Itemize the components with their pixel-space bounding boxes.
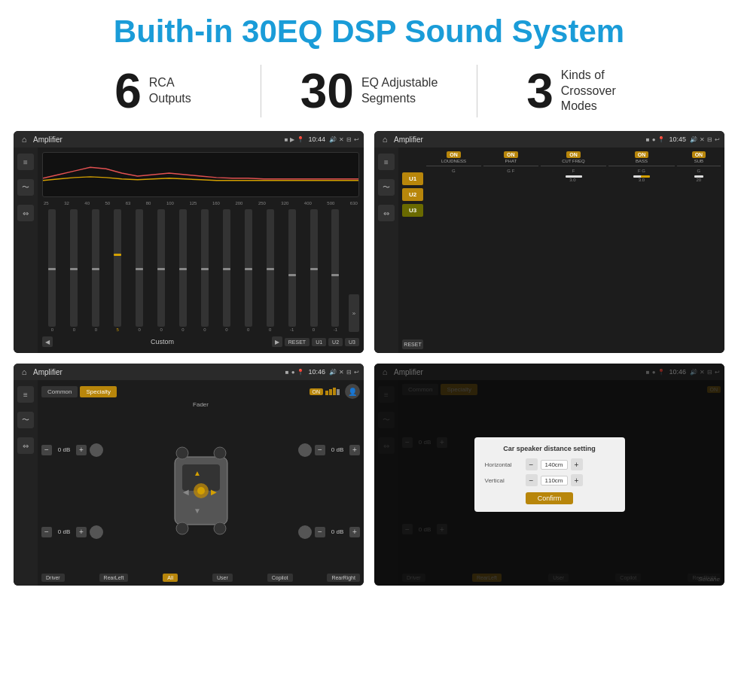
eq-slider-4[interactable]: 5: [108, 209, 128, 332]
arrow-icon-1[interactable]: ⇔: [17, 205, 34, 221]
back-icon-3[interactable]: ↩: [354, 369, 359, 376]
ch4-plus[interactable]: +: [349, 527, 360, 537]
bass-slider-area: [635, 174, 648, 177]
loudness-on[interactable]: ON: [447, 151, 461, 158]
ch3-plus[interactable]: +: [349, 445, 360, 455]
eq-next-btn[interactable]: ▶: [272, 336, 282, 347]
dialog-overlay: Car speaker distance setting Horizontal …: [374, 364, 724, 586]
close-icon-1[interactable]: ✕: [339, 136, 344, 143]
horizontal-minus[interactable]: −: [526, 458, 538, 470]
eq-expand[interactable]: »: [349, 294, 359, 332]
ch4-minus[interactable]: −: [315, 527, 325, 537]
common-tab[interactable]: Common: [41, 386, 78, 397]
left-sidebar-1: ≡ 〜 ⇔: [14, 148, 38, 353]
close-icon-2[interactable]: ✕: [700, 136, 705, 143]
reset-btn-2[interactable]: RESET: [402, 339, 423, 349]
vertical-plus[interactable]: +: [571, 474, 583, 486]
u1-btn[interactable]: U1: [402, 172, 423, 185]
rearleft-btn[interactable]: RearLeft: [99, 574, 129, 582]
ch3-val: 0 dB: [327, 446, 348, 453]
wave-icon-2[interactable]: 〜: [378, 179, 395, 196]
window-icon-3[interactable]: ⊟: [346, 369, 352, 376]
status-bar-3: ⌂ Amplifier ■ ● 📍 10:46 🔊 ✕ ⊟ ↩: [14, 364, 364, 380]
eq-slider-11[interactable]: 0: [260, 209, 280, 332]
vol-icon-3: 🔊: [329, 369, 337, 376]
ch3-minus[interactable]: −: [315, 445, 325, 455]
cs-fader-bars: [325, 388, 340, 395]
eq-reset-btn[interactable]: RESET: [285, 338, 310, 346]
eq-slider-2[interactable]: 0: [64, 209, 84, 332]
eq-slider-13[interactable]: 0: [303, 209, 324, 332]
all-btn[interactable]: All: [163, 574, 178, 582]
u-buttons-col: U1 U2 U3 RESET: [402, 151, 423, 349]
wave-icon-3[interactable]: 〜: [17, 412, 34, 428]
eq-slider-3[interactable]: 0: [86, 209, 106, 332]
play-icon-1: ▶: [290, 136, 294, 143]
cutfreq-on[interactable]: ON: [566, 151, 581, 158]
loudness-label: LOUDNESS: [441, 159, 466, 163]
time-3: 10:46: [308, 368, 325, 376]
sub-on[interactable]: ON: [692, 151, 706, 158]
user-btn[interactable]: User: [212, 574, 233, 582]
arrow-icon-3[interactable]: ⇔: [17, 437, 34, 454]
bass-on[interactable]: ON: [635, 151, 649, 158]
ch1-plus[interactable]: +: [76, 445, 87, 455]
cutfreq-f: F: [572, 169, 575, 173]
eq-u2-btn[interactable]: U2: [328, 338, 343, 346]
back-icon-2[interactable]: ↩: [715, 136, 720, 143]
horizontal-plus[interactable]: +: [571, 458, 583, 470]
bottom-buttons: Driver RearLeft All User Copilot RearRig…: [41, 574, 360, 582]
screen-2-content: ≡ 〜 ⇔ U1 U2 U3 RESET ON: [374, 148, 724, 353]
eq-u3-btn[interactable]: U3: [345, 338, 359, 346]
svg-text:▶: ▶: [211, 488, 217, 496]
stat-number-eq: 30: [300, 67, 354, 115]
cs-on-badge[interactable]: ON: [310, 388, 324, 395]
status-bar-1: ⌂ Amplifier ■ ▶ 📍 10:44 🔊 ✕ ⊟ ↩: [14, 131, 364, 148]
eq-u1-btn[interactable]: U1: [312, 338, 326, 346]
bass-col: ON BASS F G: [608, 151, 674, 182]
eq-slider-6[interactable]: 0: [151, 209, 172, 332]
copilot-btn[interactable]: Copilot: [267, 574, 293, 582]
cs-profile-icon[interactable]: 👤: [345, 384, 360, 399]
eq-slider-10[interactable]: 0: [238, 209, 258, 332]
vertical-minus[interactable]: −: [526, 474, 538, 486]
eq-icon-1[interactable]: ≡: [17, 154, 34, 170]
specialty-tab[interactable]: Specialty: [80, 386, 116, 397]
phat-on[interactable]: ON: [504, 151, 518, 158]
u3-btn[interactable]: U3: [402, 204, 423, 217]
ch2-minus[interactable]: −: [41, 527, 52, 537]
home-icon-2[interactable]: ⌂: [379, 133, 391, 145]
eq-icon-3[interactable]: ≡: [17, 386, 34, 403]
home-icon-1[interactable]: ⌂: [18, 133, 30, 145]
ch1-minus[interactable]: −: [41, 445, 52, 455]
confirm-button[interactable]: Confirm: [526, 492, 574, 504]
eq-slider-5[interactable]: 0: [130, 209, 150, 332]
ch-row-1: − 0 dB +: [41, 443, 103, 457]
window-icon-1[interactable]: ⊟: [346, 136, 352, 143]
ch1-val: 0 dB: [53, 446, 75, 453]
close-icon-3[interactable]: ✕: [339, 369, 344, 376]
freq-630: 630: [350, 201, 358, 205]
eq-slider-12[interactable]: -1: [282, 209, 302, 332]
time-2: 10:45: [669, 135, 686, 143]
wave-icon-1[interactable]: 〜: [17, 179, 34, 196]
eq-slider-14[interactable]: -1: [325, 209, 346, 332]
svg-point-5: [214, 522, 226, 534]
eq-icon-2[interactable]: ≡: [378, 154, 395, 170]
ch2-plus[interactable]: +: [76, 527, 87, 537]
eq-slider-8[interactable]: 0: [194, 209, 215, 332]
rearright-btn[interactable]: RearRight: [327, 574, 360, 582]
eq-custom-label: Custom: [55, 338, 270, 345]
window-icon-2[interactable]: ⊟: [707, 136, 712, 143]
arrow-icon-2[interactable]: ⇔: [378, 205, 395, 221]
eq-slider-1[interactable]: 0: [42, 209, 63, 332]
u2-btn[interactable]: U2: [402, 188, 423, 201]
driver-btn[interactable]: Driver: [41, 574, 65, 582]
sub-col: ON SUB G 20: [677, 151, 721, 182]
eq-slider-9[interactable]: 0: [216, 209, 236, 332]
left-channels: − 0 dB + − 0 dB +: [41, 410, 103, 571]
home-icon-3[interactable]: ⌂: [18, 366, 30, 378]
eq-slider-7[interactable]: 0: [173, 209, 194, 332]
back-icon-1[interactable]: ↩: [354, 136, 359, 143]
eq-prev-btn[interactable]: ◀: [42, 336, 53, 347]
